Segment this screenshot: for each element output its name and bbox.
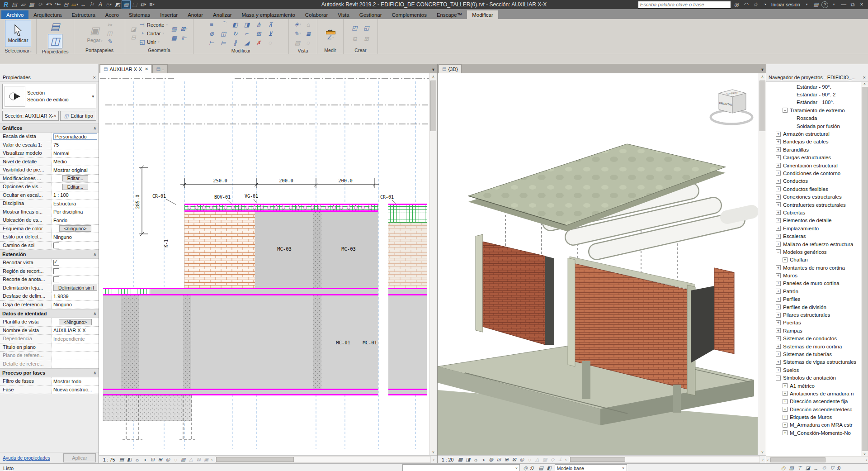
expand-icon[interactable]: + [783,407,788,412]
property-value[interactable]: 1 : 100 [53,192,69,198]
visual-style-icon[interactable]: ◨ [464,457,472,463]
view-tab-close-icon[interactable]: ✕ [145,67,148,71]
temporary-hide-isolate-icon[interactable]: ◎ [518,457,525,463]
tree-item[interactable]: Roscada [766,114,861,122]
scroll-thumb[interactable] [770,457,826,462]
customize-qat-icon[interactable]: ≡ [148,1,156,9]
tag-icon[interactable]: ⚐ [88,1,96,9]
tree-item[interactable]: Estándar - 180°. [766,99,861,106]
scroll-up-icon[interactable]: ∧ [432,73,435,80]
view-tab-menu-icon[interactable]: ▼ [431,67,435,72]
paste-button[interactable]: ▣ Pegar [85,20,104,47]
save-icon[interactable]: ▦ [28,1,36,9]
property-checkbox[interactable] [53,243,59,248]
scroll-right-icon[interactable]: › [432,457,435,462]
tree-item[interactable]: +Patrón [766,287,861,295]
scroll-left-icon[interactable]: ‹ [767,458,769,462]
sun-path-icon[interactable]: ☼ [133,457,141,463]
view-tab-auxiliar[interactable]: ▤ AUXILIAR X-X ✕ [100,64,152,73]
tree-item[interactable]: +Perfiles [766,295,861,303]
tree-item[interactable]: +Cargas estructurales [766,154,861,162]
load-family-icon[interactable]: ⊞ [363,35,371,43]
expand-icon[interactable]: + [783,415,788,420]
expand-icon[interactable]: + [776,179,781,184]
panel-label-properties[interactable]: Propiedades [37,49,74,54]
tree-item[interactable]: +Cubiertas [766,209,861,216]
detail-level-icon[interactable]: ▤ [118,457,125,463]
expand-icon[interactable]: + [783,383,788,388]
property-group-header[interactable]: Datos de identidad∧ [0,309,99,318]
expand-icon[interactable]: + [776,281,781,286]
property-value[interactable]: Ninguno [53,234,72,240]
properties-close-icon[interactable]: × [93,75,96,80]
rotate-icon[interactable]: ↻ [231,30,239,37]
shadows-icon[interactable]: ◑ [141,457,148,463]
panel-label-select[interactable]: Seleccionar [0,48,36,54]
scroll-up-icon[interactable]: ∧ [761,73,764,80]
tab-arquitectura[interactable]: Arquitectura [28,10,66,19]
property-value[interactable]: Mostrar todo [53,379,81,384]
editable-worksets-icon[interactable]: ◎ [522,465,529,471]
visual-style-icon[interactable]: ◧ [126,457,133,463]
tree-item[interactable]: +M_Conexión-Momento-No [766,429,861,437]
tab-anotar[interactable]: Anotar [183,10,208,19]
expand-icon[interactable]: + [783,399,788,404]
account-person-icon[interactable]: ◔ [761,1,769,9]
mirror-pick-axis-icon[interactable]: ◧ [231,21,239,28]
show-crop-region-icon[interactable]: ⊞ [156,457,164,463]
linework-icon[interactable]: ▦ [170,34,178,42]
property-value[interactable]: 75 [53,142,59,147]
collapse-icon[interactable]: − [783,108,788,113]
tree-item[interactable]: −Modelos genéricos [766,248,861,256]
help-icon[interactable]: ? [821,1,828,8]
tree-item[interactable]: +Sistemas de tuberías [766,350,861,358]
tree-item[interactable]: +Bandejas de cables [766,138,861,146]
panel-label-geometry[interactable]: Geometría [125,48,193,54]
lock-orientation-icon[interactable]: ⊠ [510,457,518,463]
expand-icon[interactable]: + [776,313,781,318]
reveal-hidden-bulb-icon[interactable]: ☀ [293,21,302,28]
expand-icon[interactable]: + [776,328,781,333]
panel-label-measure[interactable]: Medir [317,48,343,54]
tree-item[interactable]: +Armazón estructural [766,130,861,138]
tree-item[interactable]: +M_Armadura con MRA estr [766,421,861,429]
edit-type-button[interactable]: ◫ Editar tipo [60,111,96,121]
property-value[interactable]: <ninguno> [59,225,92,232]
detail-level-icon[interactable]: ▩ [457,457,464,463]
expand-icon[interactable]: + [776,195,781,200]
tab-archivo[interactable]: Archivo [1,10,28,19]
tree-item[interactable]: +Conductos flexibles [766,185,861,193]
reveal-constraints-icon[interactable]: ⊥ [557,457,564,463]
create-parts-icon[interactable]: ◰ [351,24,359,32]
tab-acero[interactable]: Acero [100,10,124,19]
tree-item[interactable]: +Montantes de muro cortina [766,264,861,271]
type-properties-icon[interactable]: ◫ [48,34,62,48]
unpin-icon[interactable]: ⊻ [266,30,274,37]
expand-icon[interactable]: + [776,139,781,144]
help-caret-icon[interactable] [830,1,838,9]
exit-worksets-icon[interactable]: ◧ [546,465,553,471]
tab-colaborar[interactable]: Colaborar [300,10,333,19]
array-icon[interactable]: ⊞ [255,30,263,37]
show-crop-region-icon[interactable]: ⊞ [503,457,510,463]
browser-vertical-scrollbar[interactable]: ∧ ∨ [861,82,868,456]
expand-icon[interactable]: + [776,226,781,231]
tab-sistemas[interactable]: Sistemas [124,10,155,19]
paste-group-icon[interactable]: ◪ [129,26,137,33]
scroll-thumb[interactable] [430,81,436,131]
browser-close-icon[interactable]: × [863,75,866,80]
tab-estructura[interactable]: Estructura [66,10,100,19]
property-checkbox[interactable] [53,260,59,266]
expand-icon[interactable]: + [776,186,781,191]
expand-icon[interactable]: + [776,242,781,247]
type-selector[interactable]: Sección Sección de edificio ▾ [2,84,96,109]
tree-item[interactable]: Estándar - 90°. [766,83,861,90]
apply-button[interactable]: Aplicar [63,453,96,462]
tab-enscape-[interactable]: Enscape™ [432,10,467,19]
scale-icon[interactable]: ◢ [243,39,251,46]
tree-item[interactable]: +A1 métrico [766,382,861,390]
scale-button[interactable]: 1 : 75 [100,457,118,462]
property-value[interactable]: Por disciplina [53,209,83,214]
property-value[interactable]: Fondo [53,218,67,223]
app-store-cart-icon[interactable]: ▥ [812,1,820,9]
